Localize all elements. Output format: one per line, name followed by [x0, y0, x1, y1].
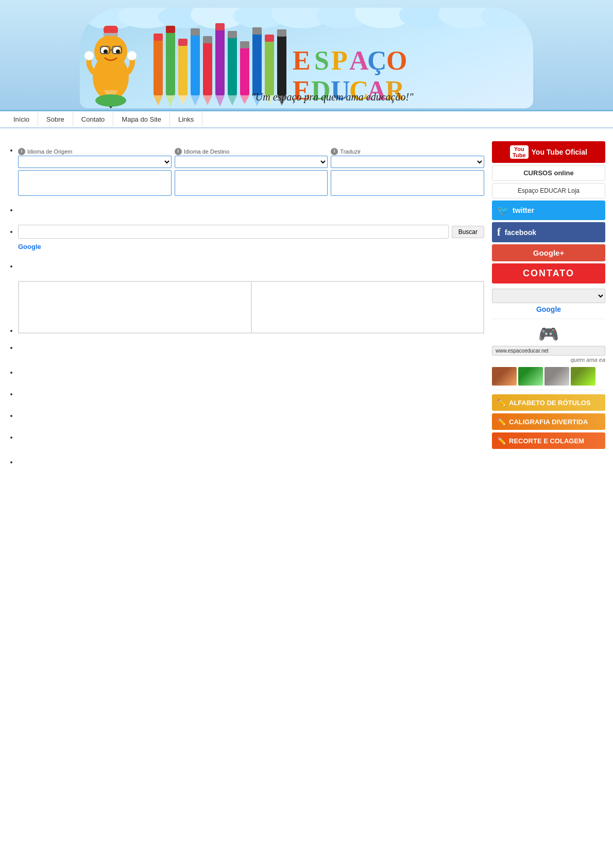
svg-text:E: E: [293, 46, 311, 75]
recorte-button[interactable]: ✏️ RECORTE E COLAGEM: [492, 432, 605, 449]
translate-label-2: Idioma de Destino: [184, 147, 230, 156]
facebook-button[interactable]: f facebook: [492, 222, 605, 242]
facebook-icon: f: [497, 226, 501, 238]
svg-rect-54: [265, 35, 274, 95]
caligrafia-label: CALIGRAFIA DIVERTIDA: [509, 418, 588, 426]
translate-action-select[interactable]: [331, 156, 484, 168]
svg-point-26: [95, 94, 126, 107]
svg-rect-44: [215, 23, 225, 30]
sidebar: YouTube You Tube Oficial CURSOS online E…: [492, 141, 605, 492]
svg-rect-27: [154, 34, 163, 95]
header-banner: E S P A Ç O E D U C A R "Um espaço pra q…: [0, 0, 613, 111]
svg-point-25: [127, 51, 137, 60]
youtube-button[interactable]: YouTube You Tube Oficial: [492, 141, 605, 163]
youtube-label: You Tube Oficial: [532, 148, 587, 156]
googleplus-label: Google+: [533, 248, 564, 257]
svg-text:A: A: [349, 46, 369, 75]
pencil-icon-alfabeto: ✏️: [497, 398, 506, 407]
nav-mapa[interactable]: Mapa do Site: [113, 112, 170, 126]
alfabeto-label: ALFABETO DE RÓTULOS: [509, 399, 591, 407]
list-item-translate: i Idioma de Origem i Idioma de Destino: [18, 145, 484, 196]
content-list: i Idioma de Origem i Idioma de Destino: [8, 145, 484, 483]
translate-to-select[interactable]: [175, 156, 328, 168]
svg-text:P: P: [331, 46, 348, 75]
contato-label: CONTATO: [523, 268, 574, 278]
svg-rect-53: [252, 27, 262, 35]
svg-rect-57: [277, 29, 286, 95]
translate-label-1: Idioma de Origem: [27, 147, 72, 156]
sidebar-search: Google: [492, 289, 605, 313]
content-area: i Idioma de Origem i Idioma de Destino: [8, 141, 492, 492]
list-item-4: [18, 261, 484, 272]
svg-text:O: O: [386, 46, 407, 75]
translate-from-select[interactable]: [18, 156, 172, 168]
contato-button[interactable]: CONTATO: [492, 263, 605, 283]
cursos-label: CURSOS online: [523, 169, 574, 177]
svg-rect-30: [166, 26, 175, 95]
translate-input-1[interactable]: [18, 170, 172, 196]
list-item-twocol: [18, 281, 484, 333]
alfabeto-button[interactable]: ✏️ ALFABETO DE RÓTULOS: [492, 394, 605, 411]
list-item-8: [18, 389, 484, 402]
sidebar-photo-3: [544, 367, 569, 386]
divider-2: [492, 390, 605, 390]
info-icon-2: i: [175, 148, 182, 155]
svg-text:S: S: [314, 46, 329, 75]
info-icon-1: i: [18, 148, 25, 155]
pencil-mascot: [84, 21, 138, 108]
svg-rect-42: [215, 23, 225, 95]
cursos-button[interactable]: CURSOS online: [492, 165, 605, 181]
nav-home[interactable]: Início: [5, 112, 38, 126]
youtube-icon: YouTube: [510, 145, 528, 159]
svg-rect-51: [252, 27, 262, 95]
list-item-9: [18, 411, 484, 423]
svg-rect-14: [104, 33, 118, 36]
nav-links[interactable]: Links: [170, 112, 202, 126]
list-item-10: [18, 432, 484, 448]
two-col-left: [19, 281, 251, 333]
sidebar-photo-1: [492, 367, 517, 386]
svg-rect-29: [154, 34, 163, 41]
facebook-label: facebook: [505, 228, 536, 237]
twitter-button[interactable]: 🐦 twitter: [492, 201, 605, 220]
nav-contato[interactable]: Contato: [73, 112, 114, 126]
svg-rect-33: [178, 39, 188, 95]
svg-rect-47: [228, 31, 237, 38]
svg-rect-32: [166, 26, 175, 33]
svg-rect-35: [178, 39, 188, 46]
svg-point-19: [104, 49, 108, 54]
google-search-button[interactable]: Buscar: [452, 226, 484, 238]
translate-input-3[interactable]: [331, 170, 484, 196]
svg-rect-50: [240, 41, 249, 48]
sidebar-url-bar: www.espacoeducar.net: [492, 346, 605, 356]
twitter-label: twitter: [513, 206, 534, 214]
translate-input-2[interactable]: [175, 170, 328, 196]
list-item-7: [18, 368, 484, 380]
two-col-right: [251, 281, 484, 333]
sidebar-photo-4: [571, 367, 595, 386]
nav-sobre[interactable]: Sobre: [38, 112, 73, 126]
twitter-icon: 🐦: [497, 205, 508, 216]
googleplus-button[interactable]: Google+: [492, 244, 605, 261]
svg-point-20: [116, 49, 120, 54]
google-brand-label: Google: [18, 242, 484, 252]
sidebar-toy-icon: 🎮: [492, 324, 605, 344]
svg-rect-39: [203, 36, 212, 95]
list-item-6: [18, 343, 484, 358]
google-search-input[interactable]: [18, 225, 449, 239]
caligrafia-button[interactable]: ✏️ CALIGRAFIA DIVERTIDA: [492, 413, 605, 430]
svg-text:Ç: Ç: [367, 46, 387, 75]
sidebar-photos: [492, 367, 605, 386]
svg-rect-41: [203, 36, 212, 43]
loja-button[interactable]: Espaço EDUCAR Loja: [492, 183, 605, 198]
svg-rect-38: [191, 28, 200, 36]
nav-bar: Início Sobre Contato Mapa do Site Links: [0, 111, 613, 128]
svg-rect-48: [240, 41, 249, 95]
svg-rect-36: [191, 28, 200, 95]
sidebar-tagline: quem ama ea: [492, 357, 605, 363]
list-item-2: [18, 205, 484, 215]
list-item-search: Buscar Google: [18, 225, 484, 252]
translate-label-3: Traduzir: [340, 147, 361, 156]
sidebar-search-select[interactable]: [492, 289, 605, 303]
divider-1: [492, 319, 605, 319]
